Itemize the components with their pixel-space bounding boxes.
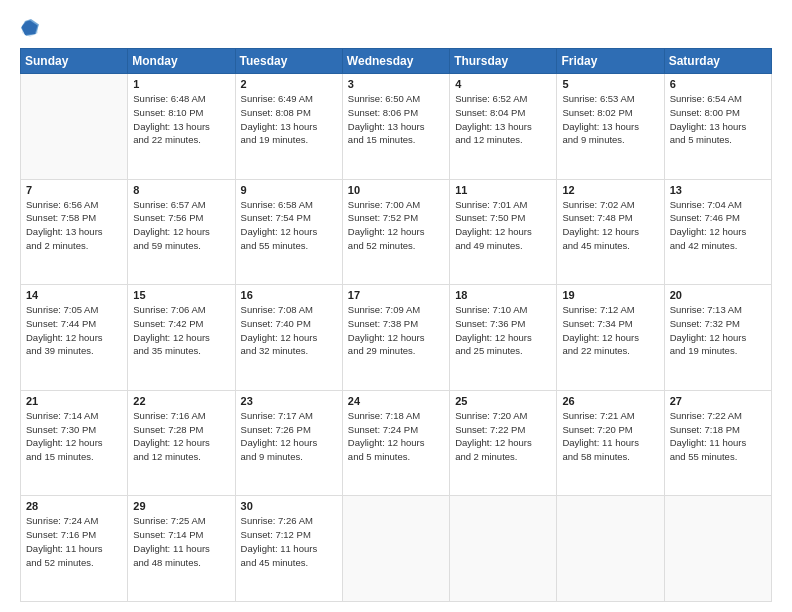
calendar-cell: 7Sunrise: 6:56 AM Sunset: 7:58 PM Daylig…: [21, 179, 128, 285]
day-info: Sunrise: 7:13 AM Sunset: 7:32 PM Dayligh…: [670, 303, 766, 358]
day-number: 14: [26, 289, 122, 301]
calendar-cell: 23Sunrise: 7:17 AM Sunset: 7:26 PM Dayli…: [235, 390, 342, 496]
calendar-cell: 10Sunrise: 7:00 AM Sunset: 7:52 PM Dayli…: [342, 179, 449, 285]
day-number: 11: [455, 184, 551, 196]
day-info: Sunrise: 7:05 AM Sunset: 7:44 PM Dayligh…: [26, 303, 122, 358]
day-info: Sunrise: 7:16 AM Sunset: 7:28 PM Dayligh…: [133, 409, 229, 464]
day-info: Sunrise: 7:04 AM Sunset: 7:46 PM Dayligh…: [670, 198, 766, 253]
day-info: Sunrise: 6:48 AM Sunset: 8:10 PM Dayligh…: [133, 92, 229, 147]
day-number: 23: [241, 395, 337, 407]
day-info: Sunrise: 7:17 AM Sunset: 7:26 PM Dayligh…: [241, 409, 337, 464]
day-number: 16: [241, 289, 337, 301]
calendar-cell: 1Sunrise: 6:48 AM Sunset: 8:10 PM Daylig…: [128, 74, 235, 180]
day-info: Sunrise: 7:18 AM Sunset: 7:24 PM Dayligh…: [348, 409, 444, 464]
day-info: Sunrise: 7:06 AM Sunset: 7:42 PM Dayligh…: [133, 303, 229, 358]
calendar-cell: 26Sunrise: 7:21 AM Sunset: 7:20 PM Dayli…: [557, 390, 664, 496]
calendar-cell: 25Sunrise: 7:20 AM Sunset: 7:22 PM Dayli…: [450, 390, 557, 496]
calendar-cell: 30Sunrise: 7:26 AM Sunset: 7:12 PM Dayli…: [235, 496, 342, 602]
weekday-header-monday: Monday: [128, 49, 235, 74]
calendar-week-row: 21Sunrise: 7:14 AM Sunset: 7:30 PM Dayli…: [21, 390, 772, 496]
calendar-cell: 2Sunrise: 6:49 AM Sunset: 8:08 PM Daylig…: [235, 74, 342, 180]
day-number: 26: [562, 395, 658, 407]
day-info: Sunrise: 6:56 AM Sunset: 7:58 PM Dayligh…: [26, 198, 122, 253]
day-number: 12: [562, 184, 658, 196]
weekday-header-tuesday: Tuesday: [235, 49, 342, 74]
day-number: 25: [455, 395, 551, 407]
day-info: Sunrise: 7:09 AM Sunset: 7:38 PM Dayligh…: [348, 303, 444, 358]
weekday-header-sunday: Sunday: [21, 49, 128, 74]
page: SundayMondayTuesdayWednesdayThursdayFrid…: [0, 0, 792, 612]
calendar-table: SundayMondayTuesdayWednesdayThursdayFrid…: [20, 48, 772, 602]
logo-icon: [20, 18, 40, 38]
calendar-cell: 8Sunrise: 6:57 AM Sunset: 7:56 PM Daylig…: [128, 179, 235, 285]
day-info: Sunrise: 7:01 AM Sunset: 7:50 PM Dayligh…: [455, 198, 551, 253]
calendar-cell: 11Sunrise: 7:01 AM Sunset: 7:50 PM Dayli…: [450, 179, 557, 285]
day-number: 19: [562, 289, 658, 301]
calendar-cell: 29Sunrise: 7:25 AM Sunset: 7:14 PM Dayli…: [128, 496, 235, 602]
calendar-cell: 21Sunrise: 7:14 AM Sunset: 7:30 PM Dayli…: [21, 390, 128, 496]
day-info: Sunrise: 6:57 AM Sunset: 7:56 PM Dayligh…: [133, 198, 229, 253]
calendar-header: SundayMondayTuesdayWednesdayThursdayFrid…: [21, 49, 772, 74]
day-info: Sunrise: 7:10 AM Sunset: 7:36 PM Dayligh…: [455, 303, 551, 358]
calendar-cell: 18Sunrise: 7:10 AM Sunset: 7:36 PM Dayli…: [450, 285, 557, 391]
day-info: Sunrise: 7:12 AM Sunset: 7:34 PM Dayligh…: [562, 303, 658, 358]
day-number: 1: [133, 78, 229, 90]
day-info: Sunrise: 6:49 AM Sunset: 8:08 PM Dayligh…: [241, 92, 337, 147]
calendar-cell: 16Sunrise: 7:08 AM Sunset: 7:40 PM Dayli…: [235, 285, 342, 391]
calendar-week-row: 1Sunrise: 6:48 AM Sunset: 8:10 PM Daylig…: [21, 74, 772, 180]
day-number: 15: [133, 289, 229, 301]
calendar-cell: 13Sunrise: 7:04 AM Sunset: 7:46 PM Dayli…: [664, 179, 771, 285]
day-number: 3: [348, 78, 444, 90]
day-info: Sunrise: 7:26 AM Sunset: 7:12 PM Dayligh…: [241, 514, 337, 569]
day-number: 17: [348, 289, 444, 301]
day-info: Sunrise: 7:21 AM Sunset: 7:20 PM Dayligh…: [562, 409, 658, 464]
day-number: 22: [133, 395, 229, 407]
calendar-cell: 20Sunrise: 7:13 AM Sunset: 7:32 PM Dayli…: [664, 285, 771, 391]
logo: [20, 18, 42, 38]
calendar-cell: 19Sunrise: 7:12 AM Sunset: 7:34 PM Dayli…: [557, 285, 664, 391]
calendar-cell: 24Sunrise: 7:18 AM Sunset: 7:24 PM Dayli…: [342, 390, 449, 496]
day-info: Sunrise: 7:25 AM Sunset: 7:14 PM Dayligh…: [133, 514, 229, 569]
day-number: 10: [348, 184, 444, 196]
day-info: Sunrise: 6:53 AM Sunset: 8:02 PM Dayligh…: [562, 92, 658, 147]
calendar-cell: [342, 496, 449, 602]
calendar-cell: 27Sunrise: 7:22 AM Sunset: 7:18 PM Dayli…: [664, 390, 771, 496]
day-number: 20: [670, 289, 766, 301]
calendar-cell: 3Sunrise: 6:50 AM Sunset: 8:06 PM Daylig…: [342, 74, 449, 180]
calendar-week-row: 14Sunrise: 7:05 AM Sunset: 7:44 PM Dayli…: [21, 285, 772, 391]
day-info: Sunrise: 7:14 AM Sunset: 7:30 PM Dayligh…: [26, 409, 122, 464]
calendar-cell: [450, 496, 557, 602]
day-info: Sunrise: 7:08 AM Sunset: 7:40 PM Dayligh…: [241, 303, 337, 358]
day-info: Sunrise: 7:00 AM Sunset: 7:52 PM Dayligh…: [348, 198, 444, 253]
weekday-header-friday: Friday: [557, 49, 664, 74]
calendar-cell: 22Sunrise: 7:16 AM Sunset: 7:28 PM Dayli…: [128, 390, 235, 496]
header: [20, 18, 772, 38]
calendar-cell: 6Sunrise: 6:54 AM Sunset: 8:00 PM Daylig…: [664, 74, 771, 180]
calendar-cell: 17Sunrise: 7:09 AM Sunset: 7:38 PM Dayli…: [342, 285, 449, 391]
day-number: 29: [133, 500, 229, 512]
day-number: 18: [455, 289, 551, 301]
day-number: 9: [241, 184, 337, 196]
day-number: 30: [241, 500, 337, 512]
day-info: Sunrise: 6:50 AM Sunset: 8:06 PM Dayligh…: [348, 92, 444, 147]
calendar-cell: 15Sunrise: 7:06 AM Sunset: 7:42 PM Dayli…: [128, 285, 235, 391]
calendar-cell: 12Sunrise: 7:02 AM Sunset: 7:48 PM Dayli…: [557, 179, 664, 285]
day-number: 2: [241, 78, 337, 90]
day-info: Sunrise: 6:54 AM Sunset: 8:00 PM Dayligh…: [670, 92, 766, 147]
day-info: Sunrise: 7:24 AM Sunset: 7:16 PM Dayligh…: [26, 514, 122, 569]
day-number: 24: [348, 395, 444, 407]
calendar-cell: 5Sunrise: 6:53 AM Sunset: 8:02 PM Daylig…: [557, 74, 664, 180]
day-info: Sunrise: 7:20 AM Sunset: 7:22 PM Dayligh…: [455, 409, 551, 464]
day-number: 6: [670, 78, 766, 90]
weekday-header-row: SundayMondayTuesdayWednesdayThursdayFrid…: [21, 49, 772, 74]
day-number: 5: [562, 78, 658, 90]
day-number: 13: [670, 184, 766, 196]
day-info: Sunrise: 6:58 AM Sunset: 7:54 PM Dayligh…: [241, 198, 337, 253]
calendar-body: 1Sunrise: 6:48 AM Sunset: 8:10 PM Daylig…: [21, 74, 772, 602]
weekday-header-saturday: Saturday: [664, 49, 771, 74]
day-number: 27: [670, 395, 766, 407]
day-number: 4: [455, 78, 551, 90]
day-number: 28: [26, 500, 122, 512]
day-info: Sunrise: 7:02 AM Sunset: 7:48 PM Dayligh…: [562, 198, 658, 253]
calendar-week-row: 28Sunrise: 7:24 AM Sunset: 7:16 PM Dayli…: [21, 496, 772, 602]
